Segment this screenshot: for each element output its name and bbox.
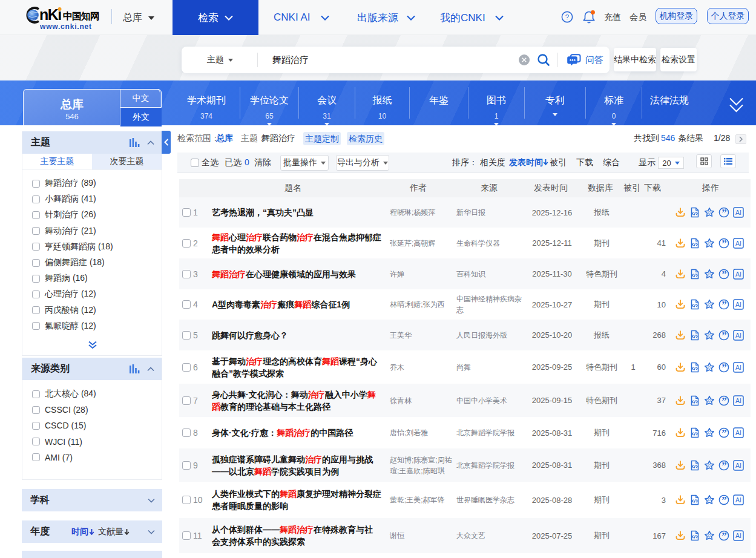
svg-text:?: ? — [565, 13, 569, 21]
svg-text:中国知网: 中国知网 — [63, 11, 99, 21]
svg-text:www.cnki.net: www.cnki.net — [39, 22, 92, 31]
